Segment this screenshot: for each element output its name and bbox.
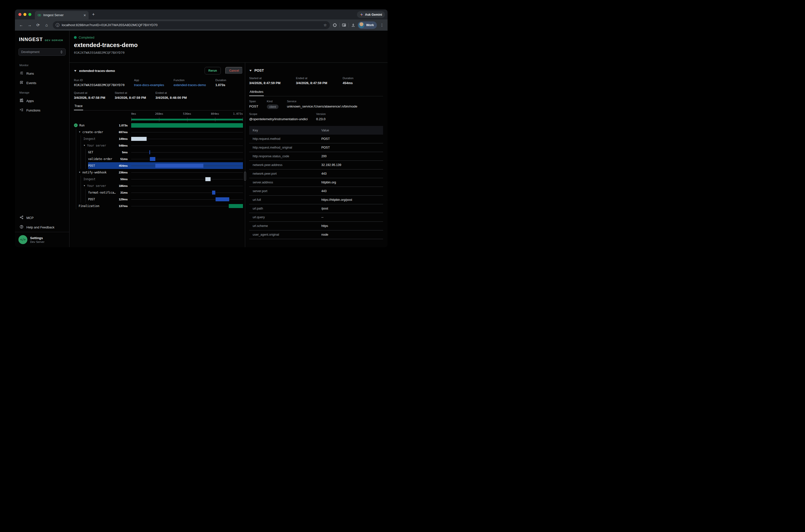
trace-row[interactable]: ▼create-order697ms — [74, 129, 243, 135]
forward-button[interactable]: → — [26, 21, 33, 29]
sidebar-item-events[interactable]: Events — [15, 78, 69, 88]
sidebar-item-functions[interactable]: Functions — [15, 106, 69, 115]
bookmark-star-icon[interactable]: ☆ — [323, 23, 327, 27]
span-duration: 137ms — [119, 205, 131, 208]
url-text[interactable]: localhost:8288/run?runID=01KJXTWA35SA8D2… — [62, 23, 321, 27]
span-name: GET — [88, 151, 122, 154]
axis-tick-label: 0ms — [131, 112, 136, 115]
downloads-icon[interactable] — [351, 23, 356, 27]
home-button[interactable]: ⌂ — [43, 21, 50, 29]
attributes-table: KeyValuehttp.request.methodPOSThttp.requ… — [249, 126, 383, 239]
collapse-chevron-icon[interactable]: ▼ — [73, 69, 77, 72]
trace-row[interactable]: POST129ms — [74, 196, 243, 203]
attribute-key: user_agent.original — [249, 233, 321, 236]
indent-guide — [74, 155, 79, 162]
trace-row[interactable]: ▼Your server548ms — [74, 142, 243, 149]
reading-mode-icon[interactable] — [341, 23, 347, 27]
maximize-window-button[interactable] — [29, 13, 31, 16]
row-chevron-icon[interactable]: ▼ — [83, 144, 87, 147]
run-header: Completed extended-traces-demo 01KJXTWA3… — [70, 31, 388, 62]
sidebar-section-label: Monitor — [15, 60, 69, 69]
trace-row[interactable]: ✓Run1.073s — [74, 122, 243, 129]
meta-value[interactable]: trace-docs-examples — [134, 83, 164, 87]
trace-scrollbar[interactable] — [244, 172, 246, 180]
sidebar-item-runs[interactable]: Runs — [15, 69, 69, 78]
indent-guide — [79, 196, 83, 203]
span-bar[interactable] — [216, 197, 229, 201]
kind-pill: client — [267, 104, 279, 109]
trace-row[interactable]: Inngest50ms — [74, 176, 243, 183]
indent-guide — [79, 142, 83, 149]
settings-title: Settings — [30, 236, 44, 240]
sidebar-item-help-and-feedback[interactable]: Help and Feedback — [15, 223, 69, 232]
environment-select-value: Development — [21, 50, 40, 54]
rerun-button[interactable]: Rerun — [205, 67, 221, 74]
trace-row[interactable]: validate-order51ms — [74, 155, 243, 162]
environment-select[interactable]: Development — [18, 48, 66, 56]
attribute-key: http.response.status_code — [249, 154, 321, 158]
span-meta-duration: Duration454ms — [343, 77, 354, 85]
profile-chip[interactable]: Work — [358, 21, 377, 29]
cancel-button[interactable]: Cancel — [225, 67, 243, 74]
run-meta-duration: Duration1.073s — [215, 79, 226, 87]
address-bar[interactable]: i localhost:8288/run?runID=01KJXTWA35SA8… — [53, 21, 330, 29]
timeline-track — [131, 172, 243, 173]
row-chevron-icon[interactable]: ▼ — [79, 131, 82, 133]
site-info-icon[interactable]: i — [56, 23, 59, 27]
tab-close-icon[interactable]: ✕ — [83, 14, 86, 17]
meta-label: Started at — [115, 91, 146, 94]
ask-gemini-label: Ask Gemini — [365, 13, 382, 16]
trace-row[interactable]: Inngest149ms — [74, 135, 243, 142]
reload-button[interactable]: ⟳ — [34, 21, 42, 29]
trace-row-label-zone: ▼notify-webhook236ms — [74, 169, 131, 176]
span-bar[interactable] — [131, 137, 147, 141]
ask-gemini-button[interactable]: Ask Gemini — [357, 11, 385, 18]
meta-value[interactable]: extended-traces-demo — [173, 83, 206, 87]
tab-attributes[interactable]: Attributes — [249, 90, 264, 96]
attribute-service: Serviceunknown_service:/Users/alawrence/… — [287, 100, 357, 109]
trace-row[interactable]: format-notifica…31ms — [74, 189, 243, 196]
sidebar-item-mcp[interactable]: MCP — [15, 213, 69, 223]
window-controls[interactable] — [18, 13, 31, 16]
browser-menu-icon[interactable]: ⋮ — [379, 23, 385, 27]
row-chevron-icon[interactable]: ▼ — [79, 171, 82, 173]
extensions-icon[interactable] — [332, 23, 337, 27]
span-meta-started-at: Started at3/4/2026, 8:47:59 PM — [249, 77, 281, 85]
trace-row[interactable]: POST454ms — [74, 162, 243, 169]
span-bar[interactable] — [212, 191, 215, 195]
trace-row[interactable]: ▼notify-webhook236ms — [74, 169, 243, 176]
span-name: Finalization — [79, 204, 119, 208]
span-bar[interactable] — [131, 123, 243, 128]
trace-row[interactable]: GET5ms — [74, 149, 243, 155]
span-collapse-chevron-icon[interactable]: ▼ — [249, 69, 252, 72]
back-button[interactable]: ← — [17, 21, 25, 29]
meta-value: 3/4/2026, 8:47:59 PM — [249, 81, 281, 85]
close-window-button[interactable] — [18, 13, 21, 16]
browser-tab[interactable]: Inngest Server ✕ — [35, 11, 89, 19]
meta-value: 3/4/2026, 8:47:58 PM — [74, 96, 105, 99]
new-tab-button[interactable]: + — [92, 12, 95, 17]
attribute-value: node — [321, 233, 328, 236]
span-bar[interactable] — [149, 150, 150, 154]
sidebar: INNGEST DEV SERVER Development MonitorRu… — [15, 31, 70, 247]
row-chevron-icon[interactable]: ▼ — [83, 185, 87, 187]
table-row: url.schemehttps — [249, 222, 383, 230]
span-bar[interactable] — [205, 177, 211, 181]
trace-row[interactable]: ▼Your server186ms — [74, 183, 243, 189]
minimize-window-button[interactable] — [23, 13, 26, 16]
attr-label: Span — [249, 100, 258, 103]
sidebar-item-settings[interactable]: </> Settings Dev Server — [15, 232, 69, 247]
runs-icon — [19, 71, 24, 76]
sidebar-item-label: Help and Feedback — [26, 225, 55, 229]
attr-label: Kind — [267, 100, 279, 103]
tab-trace[interactable]: Trace — [74, 104, 83, 110]
indent-guide — [74, 189, 79, 196]
attribute-value: 443 — [321, 189, 326, 193]
span-bar[interactable] — [150, 157, 155, 161]
span-timeline — [131, 162, 243, 169]
span-bar[interactable] — [155, 164, 203, 168]
meta-value: 3/4/2026, 8:47:59 PM — [115, 96, 146, 99]
trace-row[interactable]: Finalization137ms — [74, 203, 243, 209]
span-bar[interactable] — [229, 204, 243, 208]
sidebar-item-apps[interactable]: Apps — [15, 96, 69, 106]
